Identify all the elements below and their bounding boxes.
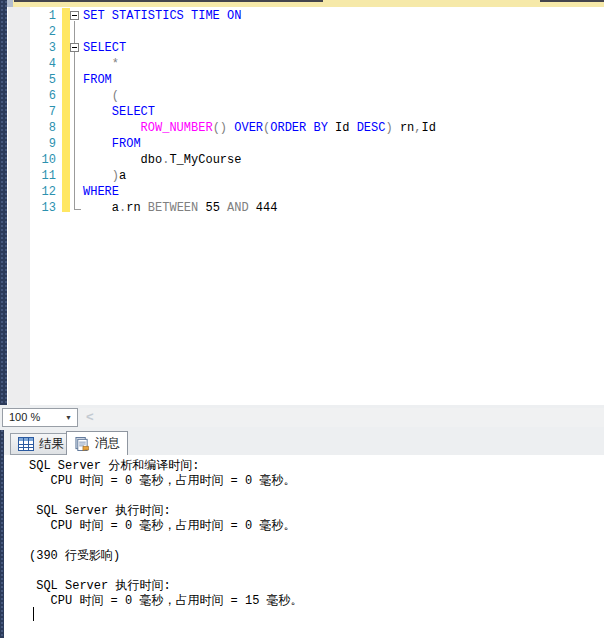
line-number[interactable]: 12 xyxy=(30,184,56,200)
code-token: SET STATISTICS TIME ON xyxy=(83,9,241,23)
messages-pane[interactable]: SQL Server 分析和编译时间: CPU 时间 = 0 毫秒，占用时间 =… xyxy=(4,455,604,638)
code-line[interactable]: ( xyxy=(83,88,119,104)
code-line[interactable]: dbo.T_MyCourse xyxy=(83,152,241,168)
code-token: ROW_NUMBER xyxy=(141,121,213,135)
text-caret xyxy=(33,607,34,621)
zoom-level-dropdown[interactable]: 100 % ▼ xyxy=(2,408,78,427)
code-token xyxy=(83,169,112,183)
tab-messages[interactable]: 消息 xyxy=(66,431,128,455)
code-token: a xyxy=(119,169,126,183)
collapse-region-toggle[interactable] xyxy=(70,43,79,52)
code-line[interactable]: WHERE xyxy=(83,184,119,200)
code-token: rn xyxy=(126,201,148,215)
top-border-segment xyxy=(540,0,604,2)
line-number[interactable]: 5 xyxy=(30,72,56,88)
line-number[interactable]: 4 xyxy=(30,56,56,72)
line-number[interactable]: 2 xyxy=(30,24,56,40)
horizontal-scrollbar[interactable]: < xyxy=(80,408,604,427)
code-token: dbo xyxy=(83,153,162,167)
line-number[interactable]: 6 xyxy=(30,88,56,104)
change-tracking-bar xyxy=(62,8,70,212)
zoom-level-value: 100 % xyxy=(9,411,40,423)
code-line[interactable]: a.rn BETWEEN 55 AND 444 xyxy=(83,200,277,216)
code-token: Id xyxy=(328,121,357,135)
message-line xyxy=(4,564,604,579)
code-token: ) xyxy=(112,169,119,183)
code-token xyxy=(83,137,112,151)
tab-results-label: 结果 xyxy=(39,436,64,453)
code-token: FROM xyxy=(112,137,141,151)
top-border-segment xyxy=(14,0,323,2)
code-token: T_MyCourse xyxy=(169,153,241,167)
message-line xyxy=(4,534,604,549)
code-token: Id xyxy=(422,121,436,135)
tab-messages-label: 消息 xyxy=(95,435,120,452)
line-number[interactable]: 1 xyxy=(30,8,56,24)
code-token: SELECT xyxy=(83,41,126,55)
code-token: * xyxy=(112,57,119,71)
line-number[interactable]: 3 xyxy=(30,40,56,56)
code-token: 444 xyxy=(249,201,278,215)
results-tab-bar: 结果 消息 xyxy=(4,430,604,455)
code-text-area[interactable]: SET STATISTICS TIME ONSELECT *FROM ( SEL… xyxy=(83,7,604,405)
code-token: AND xyxy=(227,201,249,215)
docked-panel-edge[interactable] xyxy=(0,0,7,405)
code-token: ( xyxy=(112,89,119,103)
message-line: CPU 时间 = 0 毫秒，占用时间 = 15 毫秒。 xyxy=(4,594,604,609)
code-token xyxy=(83,121,141,135)
code-line[interactable]: SELECT xyxy=(83,40,126,56)
code-token: ORDER BY xyxy=(270,121,328,135)
code-token xyxy=(83,57,112,71)
tab-results[interactable]: 结果 xyxy=(10,433,72,455)
messages-icon xyxy=(74,437,90,451)
message-line: CPU 时间 = 0 毫秒，占用时间 = 0 毫秒。 xyxy=(4,519,604,534)
code-line[interactable]: ROW_NUMBER() OVER(ORDER BY Id DESC) rn,I… xyxy=(83,120,436,136)
results-grid-icon xyxy=(18,437,34,451)
code-line[interactable]: SET STATISTICS TIME ON xyxy=(83,8,241,24)
message-line: (390 行受影响) xyxy=(4,549,604,564)
code-token: ) xyxy=(385,121,392,135)
chevron-down-icon[interactable]: ▼ xyxy=(65,414,72,421)
code-token: FROM xyxy=(83,73,112,87)
code-token xyxy=(83,105,112,119)
code-token: 55 xyxy=(198,201,227,215)
scrollbar-left-arrow-icon[interactable]: < xyxy=(86,409,94,424)
collapse-region-toggle[interactable] xyxy=(70,11,79,20)
code-token: BETWEEN xyxy=(148,201,198,215)
breakpoint-margin[interactable] xyxy=(8,7,30,405)
editor-bottom-bar: 100 % ▼ < xyxy=(0,405,604,430)
message-line: CPU 时间 = 0 毫秒，占用时间 = 0 毫秒。 xyxy=(4,474,604,489)
messages-text: SQL Server 分析和编译时间: CPU 时间 = 0 毫秒，占用时间 =… xyxy=(4,455,604,609)
line-number-gutter[interactable]: 12345678910111213 xyxy=(30,7,60,405)
code-token: , xyxy=(414,121,421,135)
message-line: SQL Server 执行时间: xyxy=(4,504,604,519)
sql-editor[interactable]: 12345678910111213 SET STATISTICS TIME ON… xyxy=(7,7,604,405)
code-token: WHERE xyxy=(83,185,119,199)
message-line: SQL Server 执行时间: xyxy=(4,579,604,594)
line-number[interactable]: 11 xyxy=(30,168,56,184)
code-token xyxy=(83,89,112,103)
line-number[interactable]: 8 xyxy=(30,120,56,136)
code-line[interactable]: )a xyxy=(83,168,126,184)
code-token: rn xyxy=(393,121,415,135)
line-number[interactable]: 13 xyxy=(30,200,56,216)
message-line xyxy=(4,489,604,504)
code-token: SELECT xyxy=(112,105,155,119)
code-outline-end-tick xyxy=(74,209,81,210)
line-number[interactable]: 10 xyxy=(30,152,56,168)
code-line[interactable]: FROM xyxy=(83,72,112,88)
code-token: OVER xyxy=(234,121,263,135)
message-line: SQL Server 分析和编译时间: xyxy=(4,459,604,474)
code-line[interactable]: * xyxy=(83,56,119,72)
code-token: DESC xyxy=(357,121,386,135)
code-line[interactable]: FROM xyxy=(83,136,141,152)
line-number[interactable]: 9 xyxy=(30,136,56,152)
code-token: () xyxy=(213,121,227,135)
code-token: a xyxy=(83,201,119,215)
ssms-query-window: 12345678910111213 SET STATISTICS TIME ON… xyxy=(0,0,604,638)
code-line[interactable]: SELECT xyxy=(83,104,155,120)
line-number[interactable]: 7 xyxy=(30,104,56,120)
